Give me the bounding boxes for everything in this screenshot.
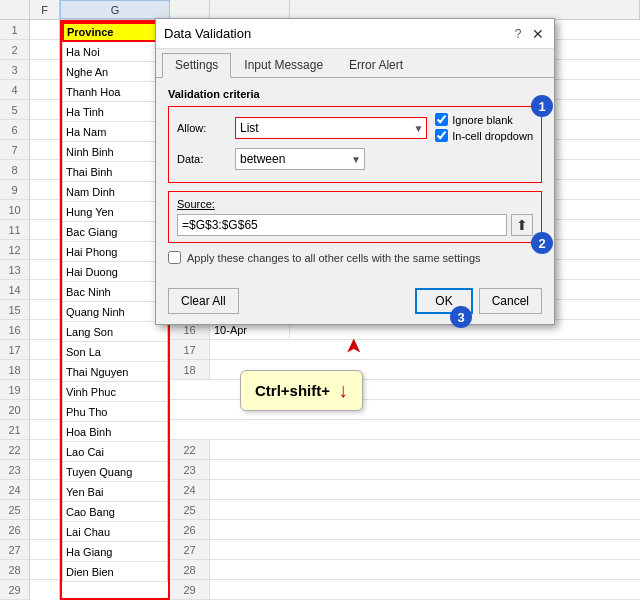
cell-g-hai-phong[interactable]: Hai Phong <box>62 242 168 262</box>
tab-error-alert[interactable]: Error Alert <box>336 53 416 77</box>
cell-g-header: Province <box>62 22 168 42</box>
cell-f8 <box>30 160 59 180</box>
r26-row: 26 <box>170 520 640 540</box>
cell-g-cao-bang[interactable]: Cao Bang <box>62 502 168 522</box>
cell-f16 <box>30 320 59 340</box>
source-input[interactable] <box>177 214 507 236</box>
dialog-footer: Clear All 3 OK Cancel <box>156 284 554 324</box>
cell-g-dien-bien[interactable]: Dien Bien <box>62 562 168 582</box>
ignore-blank-checkbox[interactable] <box>435 113 448 126</box>
row-23-num: 23 <box>0 460 29 480</box>
cell-g-nghe-an[interactable]: Nghe An <box>62 62 168 82</box>
cell-g-thai-binh[interactable]: Thai Binh <box>62 162 168 182</box>
cell-f4 <box>30 80 59 100</box>
in-cell-dropdown-checkbox[interactable] <box>435 129 448 142</box>
cell-g-hai-duong[interactable]: Hai Duong <box>62 262 168 282</box>
clear-all-button[interactable]: Clear All <box>168 288 239 314</box>
tab-settings[interactable]: Settings <box>162 53 231 78</box>
r29-row: 29 <box>170 580 640 600</box>
col-h-header <box>170 0 210 19</box>
cell-f5 <box>30 100 59 120</box>
cell-g-son-la[interactable]: Son La <box>62 342 168 362</box>
source-expand-button[interactable]: ⬆ <box>511 214 533 236</box>
cell-g-yen-bai[interactable]: Yen Bai <box>62 482 168 502</box>
row-num-spacer <box>0 0 30 19</box>
cell-g-vinh-phuc[interactable]: Vinh Phuc <box>62 382 168 402</box>
cell-f19 <box>30 380 59 400</box>
col-f-header: F <box>30 0 60 19</box>
cell-g-ha-nam[interactable]: Ha Nam <box>62 122 168 142</box>
row-13-num: 13 <box>0 260 29 280</box>
row-numbers-col-f: 1 2 3 4 5 6 7 8 9 10 11 12 13 14 15 16 1… <box>0 20 30 600</box>
cell-f6 <box>30 120 59 140</box>
r23-row: 23 <box>170 460 640 480</box>
cell-f1 <box>30 20 59 40</box>
cell-g-nam-dinh[interactable]: Nam Dinh <box>62 182 168 202</box>
cell-g-ha-noi[interactable]: Ha Noi <box>62 42 168 62</box>
row-18-num: 18 <box>0 360 29 380</box>
cell-g-bac-ninh[interactable]: Bac Ninh <box>62 282 168 302</box>
row-8-num: 8 <box>0 160 29 180</box>
r17-num: 17 <box>170 340 210 359</box>
cell-g-ninh-binh[interactable]: Ninh Binh <box>62 142 168 162</box>
cell-f25 <box>30 500 59 520</box>
cell-g-lang-son[interactable]: Lang Son <box>62 322 168 342</box>
checkboxes-col: Ignore blank In-cell dropdown <box>435 113 533 142</box>
apply-checkbox[interactable] <box>168 251 181 264</box>
row-25-num: 25 <box>0 500 29 520</box>
data-select-container: between ▼ <box>235 148 365 170</box>
source-input-row: ⬆ <box>177 214 533 236</box>
tooltip-text: Ctrl+shift+ <box>255 382 330 399</box>
red-arrow-indicator: ➤ <box>342 339 364 354</box>
cell-g-phu-tho[interactable]: Phu Tho <box>62 402 168 422</box>
tab-input-message[interactable]: Input Message <box>231 53 336 77</box>
cell-f24 <box>30 480 59 500</box>
row-2-num: 2 <box>0 40 29 60</box>
row-10-num: 10 <box>0 200 29 220</box>
close-button[interactable]: ✕ <box>530 26 546 42</box>
cell-g-lai-chau[interactable]: Lai Chau <box>62 522 168 542</box>
col-g-header: G <box>60 0 170 19</box>
cell-g-quang-ninh[interactable]: Quang Ninh <box>62 302 168 322</box>
in-cell-dropdown-row: In-cell dropdown <box>435 129 533 142</box>
cell-g-ha-giang[interactable]: Ha Giang <box>62 542 168 562</box>
cancel-button[interactable]: Cancel <box>479 288 542 314</box>
cell-f15 <box>30 300 59 320</box>
cell-g-thanh-hoa[interactable]: Thanh Hoa <box>62 82 168 102</box>
row-6-num: 6 <box>0 120 29 140</box>
allow-select[interactable]: List <box>235 117 427 139</box>
cell-f21 <box>30 420 59 440</box>
in-cell-dropdown-label: In-cell dropdown <box>452 130 533 142</box>
row-9-num: 9 <box>0 180 29 200</box>
r28-num: 28 <box>170 560 210 579</box>
cell-g-hung-yen[interactable]: Hung Yen <box>62 202 168 222</box>
ignore-blank-label: Ignore blank <box>452 114 513 126</box>
row-28-num: 28 <box>0 560 29 580</box>
col-header-row: F G <box>0 0 640 20</box>
r21 <box>170 420 640 440</box>
cell-g-ha-tinh[interactable]: Ha Tinh <box>62 102 168 122</box>
cell-g-tuyen-quang[interactable]: Tuyen Quang <box>62 462 168 482</box>
validation-criteria-box: 1 Allow: List ▼ Ignore blank <box>168 106 542 183</box>
cell-g-bac-giang[interactable]: Bac Giang <box>62 222 168 242</box>
r25-row: 25 <box>170 500 640 520</box>
r22-num: 22 <box>170 440 210 459</box>
row-7-num: 7 <box>0 140 29 160</box>
row-12-num: 12 <box>0 240 29 260</box>
cell-g-lao-cai[interactable]: Lao Cai <box>62 442 168 462</box>
cell-f14 <box>30 280 59 300</box>
badge-3: 3 <box>450 306 472 328</box>
row-14-num: 14 <box>0 280 29 300</box>
row-26-num: 26 <box>0 520 29 540</box>
cell-g-hoa-binh[interactable]: Hoa Binh <box>62 422 168 442</box>
row-5-num: 5 <box>0 100 29 120</box>
cell-g-thai-nguyen[interactable]: Thai Nguyen <box>62 362 168 382</box>
data-select[interactable]: between <box>235 148 365 170</box>
cell-f10 <box>30 200 59 220</box>
help-button[interactable]: ? <box>510 26 526 42</box>
data-validation-dialog: Data Validation ? ✕ Settings Input Messa… <box>155 18 555 325</box>
row-4-num: 4 <box>0 80 29 100</box>
cell-f28 <box>30 560 59 580</box>
col-rest-header <box>290 0 640 19</box>
row-15-num: 15 <box>0 300 29 320</box>
